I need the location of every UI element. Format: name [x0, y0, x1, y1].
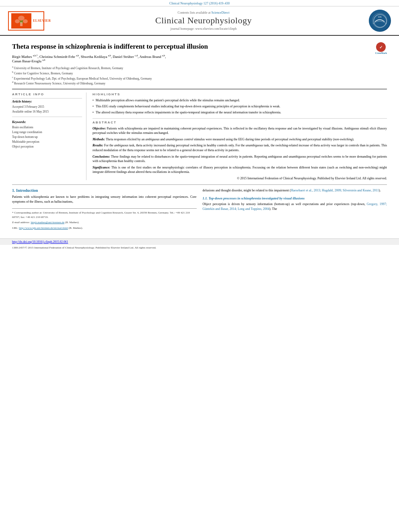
authors-line: Birgit Mathes a,b,*, Christina Schmiedt-…: [12, 54, 387, 63]
journal-header: 🌿 ELSEVIER Contents lists available at S…: [0, 6, 399, 36]
highlights-abstract-column: HIGHLIGHTS • Multistable perception allo…: [93, 92, 387, 180]
journal-citation: Clinical Neurophysiology 127 (2016) 419–…: [0, 0, 399, 6]
svg-point-6: [369, 10, 391, 31]
bullet-icon: •: [93, 110, 94, 115]
author-5: Andreas Brand a,b: [140, 55, 165, 59]
citation-text: Clinical Neurophysiology 127 (2016) 419–…: [169, 2, 230, 5]
keyword-4: Multistable perception: [12, 140, 82, 144]
intro-right-column: delusions and thought disorder, might be…: [203, 188, 387, 231]
keyword-5: Object perception: [12, 144, 82, 149]
keyword-3: Top-down bottom-up: [12, 135, 82, 140]
intro-para-right: delusions and thought disorder, might be…: [203, 188, 387, 193]
sciencedirect-anchor[interactable]: ScienceDirect: [212, 11, 230, 14]
affiliations: a University of Bremen, Institute of Psy…: [12, 65, 387, 86]
abstract-objective: Objective: Patients with schizophrenia a…: [93, 126, 387, 136]
url-link[interactable]: http://www.ipk.uni-bremen.de/en/start.ht…: [19, 226, 68, 230]
history-label: Article history:: [12, 100, 82, 103]
bullet-icon: •: [93, 104, 94, 109]
introduction-section: 1. Introduction Patients with schizophre…: [12, 184, 387, 231]
author-4: Daniel Strüber c,d: [113, 55, 138, 59]
history-item-2: Available online 16 May 2015: [12, 109, 82, 114]
article-info-column: ARTICLE INFO Article history: Accepted 3…: [12, 92, 86, 180]
highlight-3: • The altered oscillatory theta response…: [93, 110, 387, 115]
journal-homepage: journal homepage: www.elsevier.com/locat…: [44, 27, 363, 31]
author-6: Canan Basar-Eroglu a,b: [12, 59, 45, 63]
svg-point-2: [18, 16, 25, 21]
footnote-url: URL: http://www.ipk.uni-bremen.de/en/sta…: [12, 226, 197, 230]
doi-bar: http://dx.doi.org/10.1016/j.clinph.2015.…: [0, 238, 399, 245]
svg-point-4: [23, 19, 28, 23]
affiliation-a: a University of Bremen, Institute of Psy…: [12, 65, 387, 70]
keywords-label: Keywords:: [12, 120, 82, 124]
subsection-heading: 1.1. Top-down processes in schizophrenia…: [203, 196, 387, 200]
intro-heading: 1. Introduction: [12, 188, 197, 193]
abstract-conclusions: Conclusions: These findings may be relat…: [93, 154, 387, 164]
elsevier-tree-icon: 🌿: [11, 13, 31, 29]
article-title: Theta response in schizophrenia is indif…: [12, 42, 387, 51]
copyright-text: © 2015 International Federation of Clini…: [93, 177, 387, 180]
abstract-label: ABSTRACT: [93, 121, 387, 124]
issn-bar: 1388-2457/© 2015 International Federatio…: [0, 245, 399, 251]
svg-point-3: [15, 19, 20, 23]
footnote-email: E-mail address: birgit.mathes@uni-bremen…: [12, 220, 197, 225]
article-content: Theta response in schizophrenia is indif…: [0, 36, 399, 235]
affiliation-c: c Experimental Psychology Lab, Dpt. of P…: [12, 76, 387, 81]
svg-text:CN: CN: [378, 16, 382, 18]
affiliation-b: b Centre for Cognitive Science, Bremen, …: [12, 70, 387, 76]
footnotes: * Corresponding author at: University of…: [12, 208, 197, 230]
author-3: Shwetha Kedilaya a,b: [81, 55, 111, 59]
keyword-2: Long-range coordination: [12, 130, 82, 135]
journal-title: Clinical Neurophysiology: [44, 15, 363, 26]
svg-point-7: [372, 13, 387, 28]
journal-logo: CN: [363, 10, 391, 32]
intro-left-column: 1. Introduction Patients with schizophre…: [12, 188, 197, 231]
subsection-para: Object perception is driven by sensory i…: [203, 202, 387, 212]
elsevier-logo: 🌿 ELSEVIER: [8, 11, 44, 31]
abstract-methods: Methods: Theta responses elicited by an …: [93, 137, 387, 142]
email-link[interactable]: birgit.mathes@uni-bremen.de: [31, 221, 64, 224]
author-1: Birgit Mathes a,b,*: [12, 55, 38, 59]
keyword-1: Brain oscillations: [12, 125, 82, 130]
abstract-section: ABSTRACT Objective: Patients with schizo…: [93, 118, 387, 180]
sciencedirect-link: Contents lists available at ScienceDirec…: [44, 11, 363, 14]
abstract-results: Results: For the ambiguous task, theta a…: [93, 143, 387, 152]
author-2: Christina Schmiedt-Fehr a,b: [39, 55, 79, 59]
svg-rect-5: [20, 22, 23, 26]
footnote-corresponding: * Corresponding author at: University of…: [12, 211, 197, 219]
history-item-1: Accepted 3 February 2015: [12, 105, 82, 109]
highlight-2: • This EEG study complements behavioural…: [93, 104, 387, 109]
info-highlights-columns: ARTICLE INFO Article history: Accepted 3…: [12, 89, 387, 180]
divider-1: [12, 98, 82, 99]
bullet-icon: •: [93, 98, 94, 103]
highlight-1: • Multistable perception allows examinin…: [93, 98, 387, 103]
divider-2: [12, 117, 82, 117]
journal-logo-circle: CN: [369, 10, 391, 32]
affiliation-d: d Research Center Neurosensory Science, …: [12, 80, 387, 86]
crossmark-icon: ✓: [376, 42, 386, 52]
intro-para-left: Patients with schizophrenia are known to…: [12, 195, 197, 204]
journal-center: Contents lists available at ScienceDirec…: [44, 11, 363, 31]
doi-link[interactable]: http://dx.doi.org/10.1016/j.clinph.2015.…: [12, 240, 68, 244]
abstract-significance: Significance: This is one of the first s…: [93, 165, 387, 175]
highlights-label: HIGHLIGHTS: [93, 92, 387, 96]
article-info-label: ARTICLE INFO: [12, 92, 82, 96]
crossmark-badge: ✓ CrossMark: [375, 42, 387, 55]
highlights-section: HIGHLIGHTS • Multistable perception allo…: [93, 92, 387, 115]
